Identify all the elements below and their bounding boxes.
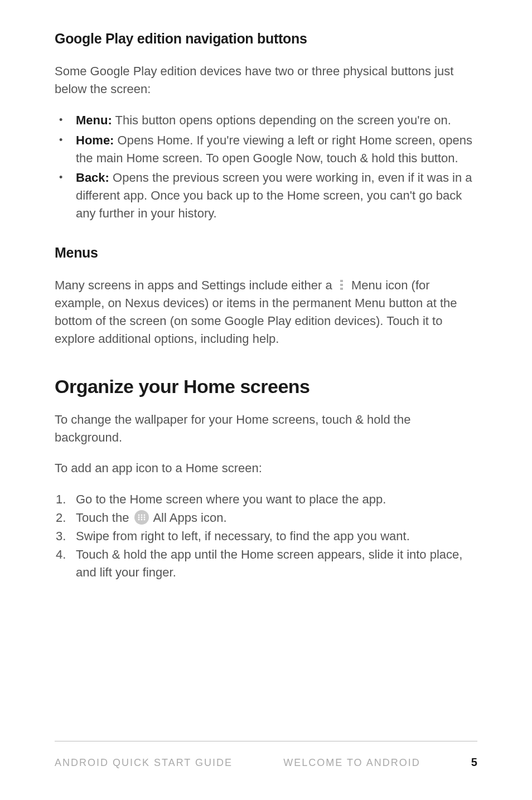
step-text-before: Touch the (76, 511, 133, 525)
step-text: Touch & hold the app until the Home scre… (76, 547, 462, 579)
heading-organize-home: Organize your Home screens (55, 376, 477, 397)
heading-nav-buttons: Google Play edition navigation buttons (55, 31, 477, 47)
list-item: Menu: This button opens options dependin… (55, 111, 477, 129)
svg-point-6 (143, 515, 145, 516)
list-item: Swipe from right to left, if necessary, … (55, 527, 477, 545)
footer-divider (55, 741, 477, 741)
svg-point-10 (138, 519, 139, 521)
svg-point-12 (143, 519, 145, 521)
list-item: Touch the All Apps icon. (55, 509, 477, 527)
list-item-text: Opens the previous screen you were worki… (76, 171, 472, 220)
intro-paragraph: Some Google Play edition devices have tw… (55, 62, 477, 98)
svg-point-4 (138, 515, 139, 516)
menus-paragraph: Many screens in apps and Settings includ… (55, 277, 477, 348)
svg-point-8 (141, 517, 142, 518)
step-text: Swipe from right to left, if necessary, … (76, 529, 410, 543)
list-item-text: Opens Home. If you're viewing a left or … (76, 133, 472, 165)
svg-rect-1 (340, 284, 343, 286)
list-item-label: Menu: (76, 113, 112, 127)
list-item: Touch & hold the app until the Home scre… (55, 546, 477, 581)
list-item: Back: Opens the previous screen you were… (55, 169, 477, 222)
step-text: Go to the Home screen where you want to … (76, 492, 386, 506)
svg-rect-2 (340, 288, 343, 290)
svg-rect-0 (340, 280, 343, 282)
step-text-after: All Apps icon. (153, 511, 226, 525)
page-footer: ANDROID QUICK START GUIDE WELCOME TO AND… (55, 741, 477, 769)
svg-point-9 (143, 517, 145, 518)
svg-point-11 (141, 519, 142, 521)
svg-point-7 (138, 517, 139, 518)
footer-guide-title: ANDROID QUICK START GUIDE (55, 757, 233, 769)
list-item-label: Home: (76, 133, 114, 147)
footer-chapter-title: WELCOME TO ANDROID (283, 757, 420, 769)
page-number: 5 (471, 756, 477, 769)
list-item: Go to the Home screen where you want to … (55, 491, 477, 508)
list-item-label: Back: (76, 171, 109, 185)
svg-point-5 (141, 515, 142, 516)
bullet-list-buttons: Menu: This button opens options dependin… (55, 111, 477, 222)
add-app-intro-paragraph: To add an app icon to a Home screen: (55, 459, 477, 477)
list-item-text: This button opens options depending on t… (112, 113, 451, 127)
ordered-list-steps: Go to the Home screen where you want to … (55, 491, 477, 581)
heading-menus: Menus (55, 245, 477, 261)
footer-row: ANDROID QUICK START GUIDE WELCOME TO AND… (55, 756, 477, 769)
wallpaper-paragraph: To change the wallpaper for your Home sc… (55, 411, 477, 447)
list-item: Home: Opens Home. If you're viewing a le… (55, 132, 477, 167)
all-apps-icon (134, 510, 149, 525)
menu-overflow-icon (338, 277, 346, 287)
text-before-menu-icon: Many screens in apps and Settings includ… (55, 278, 336, 292)
